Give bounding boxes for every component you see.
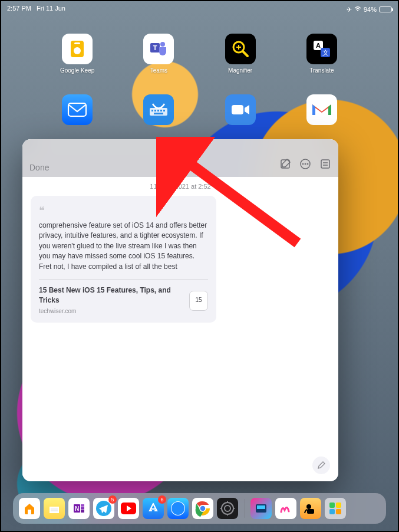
svg-rect-20 [163, 110, 165, 111]
svg-text:A: A [316, 42, 321, 49]
dock-app-notes[interactable] [44, 498, 65, 519]
mail-icon [62, 94, 93, 125]
wifi-icon [354, 6, 361, 13]
status-left: 2:57 PM Fri 11 Jun [7, 5, 69, 14]
app-translate[interactable]: A文 Translate [298, 34, 345, 74]
drag-handle[interactable] [169, 143, 192, 146]
badge: 6 [158, 495, 166, 504]
handwriting-button[interactable] [312, 457, 330, 474]
dock-divider [244, 499, 245, 518]
svg-rect-40 [81, 510, 84, 513]
dock-app-telegram[interactable]: 5 [93, 498, 114, 519]
app-label: Teams [150, 67, 167, 74]
svg-rect-14 [68, 103, 86, 116]
timestamp: 11 June 2021 at 2:52 [31, 183, 330, 190]
dock-app-appstore[interactable]: 6 [143, 498, 164, 519]
svg-text:N: N [75, 505, 79, 512]
svg-point-49 [225, 505, 230, 511]
translate-icon: A文 [306, 34, 337, 64]
dock-app-home[interactable] [19, 498, 40, 519]
dock-app-onenote[interactable]: N [68, 498, 90, 519]
svg-rect-18 [157, 110, 159, 111]
app-teams[interactable]: T Teams [135, 34, 182, 74]
dock-app-chrome[interactable] [192, 498, 213, 519]
svg-rect-22 [232, 105, 243, 114]
notes-list-icon[interactable] [319, 158, 331, 172]
svg-rect-17 [154, 110, 156, 111]
quote-card[interactable]: ❝ comprehensive feature set of iOS 14 an… [31, 196, 216, 323]
svg-rect-28 [321, 160, 329, 168]
battery-icon [379, 6, 392, 12]
quick-note-panel: Done 11 June 2021 at 2:52 ❝ comprehensiv… [22, 139, 338, 481]
done-button[interactable]: Done [29, 163, 49, 172]
svg-rect-19 [160, 110, 162, 111]
svg-rect-33 [50, 507, 59, 513]
svg-rect-60 [329, 509, 335, 514]
compose-icon[interactable] [279, 158, 291, 172]
zoom-icon [225, 94, 256, 125]
app-zoom[interactable] [217, 94, 264, 125]
dock-app-library[interactable] [325, 498, 346, 519]
keyboard-icon [143, 94, 174, 125]
link-thumbnail: 15 [189, 291, 208, 311]
svg-point-5 [160, 42, 165, 47]
link-domain: techwiser.com [39, 307, 183, 316]
google-keep-icon [62, 34, 93, 64]
dock-app-safari[interactable] [167, 498, 189, 519]
svg-rect-39 [81, 507, 84, 510]
dock-app-youtube[interactable] [118, 498, 139, 519]
app-magnifier[interactable]: Magnifier [217, 34, 264, 74]
svg-rect-1 [74, 42, 80, 44]
svg-point-25 [302, 163, 304, 165]
app-label: Google Keep [60, 67, 94, 74]
dock-app-settings[interactable] [217, 498, 238, 519]
excerpt-text: comprehensive feature set of iOS 14 and … [39, 221, 208, 272]
svg-rect-21 [154, 113, 163, 114]
app-gmail[interactable] [298, 94, 345, 125]
dock-recent-1[interactable] [250, 498, 272, 519]
svg-rect-59 [336, 503, 341, 508]
svg-rect-61 [336, 509, 341, 514]
app-label: Magnifier [228, 67, 252, 74]
magnifier-icon [225, 34, 256, 64]
app-swiftkey[interactable] [135, 94, 182, 125]
modal-body: 11 June 2021 at 2:52 ❝ comprehensive fea… [22, 177, 338, 481]
svg-point-27 [307, 163, 308, 165]
link-preview[interactable]: 15 Best New iOS 15 Features, Tips, and T… [39, 279, 208, 316]
svg-point-26 [305, 163, 306, 165]
app-google-keep[interactable]: Google Keep [54, 34, 101, 74]
gmail-icon [306, 94, 337, 125]
date: Fri 11 Jun [37, 5, 65, 12]
teams-icon: T [143, 34, 174, 64]
more-icon[interactable] [299, 158, 311, 172]
link-title: 15 Best New iOS 15 Features, Tips, and T… [39, 285, 183, 306]
battery-percent: 94% [364, 6, 377, 13]
status-bar: 2:57 PM Fri 11 Jun ✈︎ 94% [1, 5, 398, 14]
app-label: Translate [309, 67, 334, 74]
svg-rect-32 [28, 510, 31, 514]
clock: 2:57 PM [7, 5, 31, 12]
dock-recent-2[interactable] [275, 498, 296, 519]
svg-rect-57 [307, 509, 314, 514]
svg-line-7 [243, 51, 248, 56]
svg-rect-55 [257, 505, 265, 509]
svg-rect-16 [151, 110, 153, 111]
svg-rect-58 [329, 503, 335, 508]
dock-recent-3[interactable] [300, 498, 321, 519]
modal-header: Done [22, 139, 338, 177]
svg-point-44 [172, 502, 184, 515]
svg-rect-38 [81, 504, 84, 507]
badge: 5 [108, 495, 117, 504]
svg-point-56 [306, 504, 311, 509]
home-screen: Google Keep T Teams Magnifier A文 Transla… [1, 34, 398, 146]
svg-text:T: T [153, 44, 157, 51]
airplane-icon: ✈︎ [347, 6, 352, 14]
svg-text:文: 文 [322, 49, 328, 56]
quote-icon: ❝ [39, 203, 208, 218]
svg-rect-15 [150, 108, 167, 116]
svg-point-2 [74, 47, 81, 54]
app-mail[interactable] [54, 94, 101, 125]
svg-point-48 [222, 503, 233, 514]
status-right: ✈︎ 94% [347, 5, 392, 14]
dock: N 5 6 [13, 493, 386, 524]
